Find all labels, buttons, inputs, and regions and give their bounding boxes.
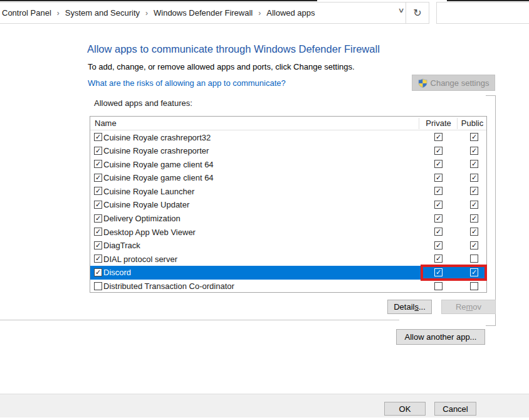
table-row[interactable]: ✓Cuisine Royale game client 64✓✓ <box>90 157 486 171</box>
breadcrumb-separator: › <box>57 9 60 18</box>
section-divider <box>0 320 399 320</box>
app-enabled-checkbox[interactable]: ✓ <box>94 255 102 263</box>
app-name: DiagTrack <box>103 241 140 250</box>
public-checkbox[interactable]: ✓ <box>470 201 478 209</box>
column-divider <box>457 118 458 129</box>
private-checkbox[interactable]: ✓ <box>434 133 443 141</box>
app-enabled-checkbox[interactable]: ✓ <box>94 187 102 195</box>
app-name: Delivery Optimization <box>103 214 181 223</box>
table-row[interactable]: ✓Desktop App Web Viewer✓✓ <box>90 225 486 239</box>
private-checkbox[interactable]: ✓ <box>434 255 443 263</box>
app-enabled-checkbox[interactable]: ✓ <box>94 160 102 168</box>
app-enabled-checkbox[interactable] <box>94 282 102 290</box>
refresh-button[interactable]: ↻ <box>406 2 429 24</box>
private-checkbox[interactable]: ✓ <box>434 187 443 195</box>
table-row[interactable]: ✓Cuisine Royale Launcher✓✓ <box>90 184 486 198</box>
public-checkbox[interactable]: ✓ <box>470 174 478 182</box>
app-name: Cuisine Royale game client 64 <box>103 173 214 182</box>
details-button[interactable]: Details... <box>387 300 432 314</box>
app-enabled-checkbox[interactable]: ✓ <box>94 214 102 223</box>
app-enabled-checkbox[interactable]: ✓ <box>94 241 102 249</box>
public-checkbox[interactable]: ✓ <box>470 228 478 236</box>
page-title: Allow apps to communicate through Window… <box>87 43 380 55</box>
column-divider <box>419 118 419 129</box>
search-input[interactable] <box>436 2 529 24</box>
app-name: Desktop App Web Viewer <box>103 228 196 237</box>
window-top-edge <box>0 0 317 1</box>
breadcrumb-item[interactable]: Control Panel <box>2 8 51 18</box>
public-checkbox[interactable]: ✓ <box>470 241 478 249</box>
app-name: Cuisine Royale crashreport32 <box>103 133 211 142</box>
change-settings-button[interactable]: Change settings <box>412 75 495 91</box>
table-row[interactable]: ✓Delivery Optimization✓✓ <box>90 212 486 226</box>
window-top-edge <box>447 0 529 1</box>
public-checkbox[interactable] <box>470 282 478 290</box>
risks-help-link[interactable]: What are the risks of allowing an app to… <box>88 78 286 88</box>
private-checkbox[interactable]: ✓ <box>434 160 443 168</box>
uac-shield-icon <box>418 78 427 88</box>
app-name: Cuisine Royale crashreporter <box>103 146 209 155</box>
private-checkbox[interactable]: ✓ <box>434 147 443 155</box>
table-row[interactable]: ✓DIAL protocol server✓ <box>90 252 486 266</box>
breadcrumb-separator: › <box>258 9 261 18</box>
app-name: DIAL protocol server <box>103 255 177 264</box>
breadcrumb-item[interactable]: Allowed apps <box>266 8 315 18</box>
table-row[interactable]: Distributed Transaction Co-ordinator <box>90 280 486 293</box>
breadcrumb-item[interactable]: System and Security <box>65 8 140 18</box>
table-row[interactable]: ✓DiagTrack✓✓ <box>90 239 486 253</box>
public-checkbox[interactable]: ✓ <box>470 214 478 223</box>
app-enabled-checkbox[interactable]: ✓ <box>94 201 102 209</box>
app-name: Cuisine Royale game client 64 <box>103 160 214 169</box>
private-checkbox[interactable] <box>434 282 443 290</box>
public-checkbox[interactable]: ✓ <box>470 187 478 195</box>
allowed-apps-window: Control Panel›System and Security›Window… <box>0 0 529 420</box>
table-row[interactable]: ✓Cuisine Royale game client 64✓✓ <box>90 171 486 185</box>
cancel-button[interactable]: Cancel <box>434 402 476 416</box>
chevron-down-icon[interactable]: ∨ <box>397 6 404 14</box>
app-enabled-checkbox[interactable]: ✓ <box>94 228 102 236</box>
private-checkbox[interactable]: ✓ <box>434 214 443 223</box>
public-checkbox[interactable]: ✓ <box>470 160 478 168</box>
breadcrumb-item[interactable]: Windows Defender Firewall <box>154 8 253 18</box>
breadcrumb-separator: › <box>145 9 148 18</box>
table-row[interactable]: ✓Cuisine Royale crashreport32✓✓ <box>90 130 486 144</box>
app-name: Discord <box>103 268 131 277</box>
page-subtitle: To add, change, or remove allowed apps a… <box>88 62 355 71</box>
table-row[interactable]: ✓Cuisine Royale crashreporter✓✓ <box>90 144 486 158</box>
public-checkbox[interactable]: ✓ <box>470 147 478 155</box>
column-header-public[interactable]: Public <box>458 118 487 128</box>
private-checkbox[interactable]: ✓ <box>434 174 443 182</box>
refresh-icon: ↻ <box>413 7 421 19</box>
column-header-name[interactable]: Name <box>95 118 117 128</box>
list-header: Name Private Public <box>90 117 486 130</box>
breadcrumb: Control Panel›System and Security›Window… <box>2 8 315 18</box>
app-enabled-checkbox[interactable]: ✓ <box>94 133 102 141</box>
app-enabled-checkbox[interactable]: ✓ <box>94 268 102 276</box>
allow-another-app-button[interactable]: Allow another app... <box>396 329 485 345</box>
highlight-box <box>421 265 487 281</box>
ok-button[interactable]: OK <box>384 402 426 416</box>
public-checkbox[interactable]: ✓ <box>470 133 478 141</box>
table-row[interactable]: ✓Cuisine Royale Updater✓✓ <box>90 198 486 212</box>
change-settings-label: Change settings <box>431 78 490 88</box>
remove-button[interactable]: Remov <box>441 300 496 314</box>
app-name: Cuisine Royale Launcher <box>103 187 194 196</box>
app-enabled-checkbox[interactable]: ✓ <box>94 174 102 182</box>
column-header-private[interactable]: Private <box>419 118 458 128</box>
private-checkbox[interactable]: ✓ <box>434 201 443 209</box>
private-checkbox[interactable]: ✓ <box>434 228 443 236</box>
private-checkbox[interactable]: ✓ <box>434 241 443 249</box>
window-edge <box>486 95 496 326</box>
allowed-apps-label: Allowed apps and features: <box>94 98 192 108</box>
app-enabled-checkbox[interactable]: ✓ <box>94 147 102 155</box>
app-name: Distributed Transaction Co-ordinator <box>103 281 234 291</box>
public-checkbox[interactable] <box>470 255 478 263</box>
app-name: Cuisine Royale Updater <box>103 200 189 209</box>
breadcrumb-bar: Control Panel›System and Security›Window… <box>0 2 406 24</box>
